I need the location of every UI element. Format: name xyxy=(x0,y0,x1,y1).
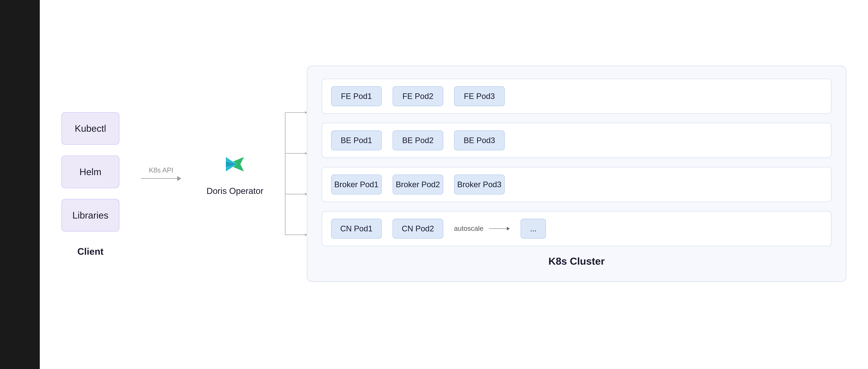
cn-pod1-card: CN Pod1 xyxy=(331,219,382,239)
autoscale-arrow-head xyxy=(507,227,510,230)
client-section: Kubectl Helm Libraries Client xyxy=(61,112,119,257)
be-pod2-card: BE Pod2 xyxy=(393,130,443,150)
fe-pod-row: FE Pod1 FE Pod2 FE Pod3 xyxy=(322,79,832,114)
cn-pod-row: CN Pod1 CN Pod2 autoscale ... xyxy=(322,211,832,246)
connector-lines-svg xyxy=(282,92,307,255)
be-pod1-card: BE Pod1 xyxy=(331,130,382,150)
autoscale-arrow-shaft xyxy=(489,228,507,229)
helm-card: Helm xyxy=(61,156,119,188)
cn-pod2-card: CN Pod2 xyxy=(393,219,443,239)
broker-pod1-card: Broker Pod1 xyxy=(331,175,382,194)
helm-label: Helm xyxy=(80,166,101,177)
left-sidebar xyxy=(0,0,40,369)
kubectl-label: Kubectl xyxy=(75,123,106,134)
k8s-cluster-label: K8s Cluster xyxy=(322,255,832,267)
libraries-card: Libraries xyxy=(61,199,119,232)
k8s-cluster-box: FE Pod1 FE Pod2 FE Pod3 BE Pod1 BE P xyxy=(307,66,846,282)
pod-rows: FE Pod1 FE Pod2 FE Pod3 BE Pod1 BE P xyxy=(322,79,832,246)
broker-pod-row: Broker Pod1 Broker Pod2 Broker Pod3 xyxy=(322,167,832,202)
fe-pod2-card: FE Pod2 xyxy=(393,86,443,106)
cn-ellipsis-card: ... xyxy=(521,219,546,239)
arrow-head xyxy=(177,176,181,181)
fe-pod1-card: FE Pod1 xyxy=(331,86,382,106)
operator-section: Doris Operator xyxy=(207,152,264,196)
broker-pod2-card: Broker Pod2 xyxy=(393,175,443,194)
svg-marker-10 xyxy=(305,233,307,236)
client-cards: Kubectl Helm Libraries xyxy=(61,112,119,232)
broker-pod3-card: Broker Pod3 xyxy=(454,175,505,194)
client-label: Client xyxy=(78,246,103,257)
operator-label: Doris Operator xyxy=(207,186,264,196)
kubectl-card: Kubectl xyxy=(61,112,119,145)
fe-pod3-card: FE Pod3 xyxy=(454,86,505,106)
svg-marker-9 xyxy=(305,193,307,195)
k8s-api-label: K8s API xyxy=(149,166,173,174)
autoscale-arrow xyxy=(489,227,510,230)
svg-marker-7 xyxy=(305,111,307,114)
be-pod-row: BE Pod1 BE Pod2 BE Pod3 xyxy=(322,123,832,158)
arrow-line xyxy=(141,176,181,181)
autoscale-section: autoscale xyxy=(454,225,510,233)
be-pod3-card: BE Pod3 xyxy=(454,130,505,150)
libraries-label: Libraries xyxy=(72,210,108,221)
svg-marker-8 xyxy=(305,152,307,155)
connector-cluster-wrapper: FE Pod1 FE Pod2 FE Pod3 BE Pod1 BE P xyxy=(282,66,846,282)
doris-logo-icon xyxy=(220,152,249,181)
arrow-shaft xyxy=(141,178,177,179)
k8s-api-arrow-section: K8s API xyxy=(141,166,181,181)
diagram-wrapper: Kubectl Helm Libraries Client K8s API xyxy=(40,0,868,369)
autoscale-label: autoscale xyxy=(454,225,484,233)
